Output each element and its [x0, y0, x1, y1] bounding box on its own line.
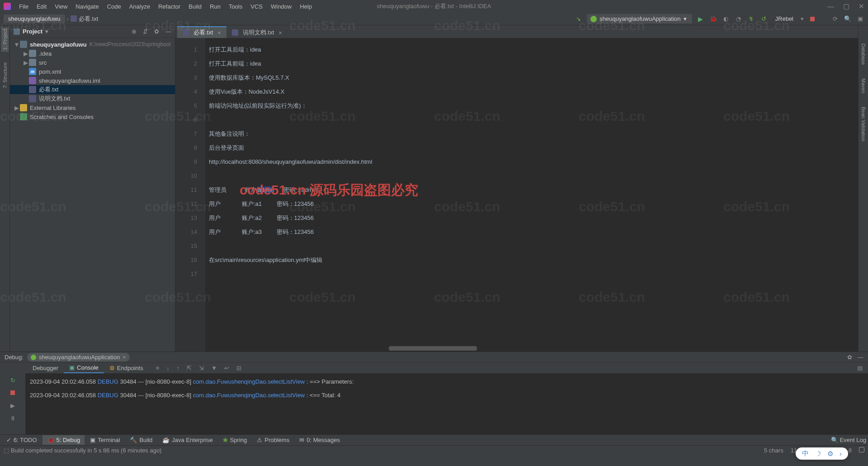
tree-scratches[interactable]: Scratches and Consoles	[10, 112, 175, 121]
file-icon	[29, 95, 36, 102]
menu-tools[interactable]: Tools	[225, 2, 246, 11]
console-output[interactable]: 2023-09-04 20:02:46.058 DEBUG 30484 --- …	[25, 373, 868, 434]
search-icon[interactable]: 🔍	[844, 15, 852, 23]
coverage-button[interactable]: ◐	[722, 15, 730, 23]
pause-icon[interactable]: ⏸	[9, 414, 17, 422]
chevron-down-icon[interactable]: ▾	[45, 28, 48, 35]
menu-help[interactable]: Help	[296, 2, 316, 11]
horizontal-scrollbar[interactable]	[389, 346, 477, 351]
menu-edit[interactable]: Edit	[33, 2, 50, 11]
maximize-icon[interactable]: ▢	[843, 2, 849, 10]
up-icon[interactable]: ↑	[177, 365, 180, 371]
hide-icon[interactable]: —	[858, 354, 863, 361]
rerun-icon[interactable]: ↻	[9, 376, 17, 384]
btab-problems[interactable]: ⚠Problems	[252, 435, 294, 445]
tree-external-libs[interactable]: ▶External Libraries	[10, 103, 175, 112]
run-button[interactable]: ▶	[697, 15, 705, 23]
debug-session-tab[interactable]: sheuquyanglaofuwuApplication×	[27, 353, 130, 361]
btab-terminal[interactable]: ▣Terminal	[85, 435, 124, 445]
console-toolbar: ↻ ▶ ⏸	[0, 373, 25, 434]
menu-code[interactable]: Code	[104, 2, 125, 11]
tree-item[interactable]: mpom.xml	[10, 67, 175, 76]
menu-vcs[interactable]: VCS	[247, 2, 266, 11]
lock-icon[interactable]	[859, 447, 864, 452]
editor-tab[interactable]: 说明文档.txt×	[226, 26, 288, 38]
close-icon[interactable]: ✕	[859, 2, 864, 10]
settings-icon[interactable]: ▣	[856, 15, 864, 23]
project-tree[interactable]: ▼ sheuquyanglaofuwuK:\needProccess\2023\…	[10, 38, 175, 352]
menu-run[interactable]: Run	[206, 2, 224, 11]
run-config-selector[interactable]: sheuquyanglaofuwuApplication ▾	[587, 14, 692, 24]
btab-todo[interactable]: ✓6: TODO	[2, 435, 42, 445]
btab-messages[interactable]: ✉0: Messages	[295, 435, 344, 445]
menu-file[interactable]: File	[15, 2, 32, 11]
gear-icon[interactable]: ✿	[154, 28, 159, 35]
into-icon[interactable]: ⇲	[199, 365, 204, 371]
menu-analyze[interactable]: Analyze	[126, 2, 154, 11]
out-icon[interactable]: ⇱	[187, 365, 192, 371]
stop-button[interactable]	[808, 15, 816, 23]
gear-icon[interactable]: ✿	[847, 354, 852, 361]
event-log-button[interactable]: 🔍 Event Log	[831, 437, 866, 443]
wrap-icon[interactable]: ↩	[224, 365, 229, 371]
debug-button[interactable]: 🐞	[709, 15, 717, 23]
tree-item[interactable]: 必看.txt	[10, 85, 175, 94]
breadcrumb-file[interactable]: 必看.txt	[71, 15, 98, 23]
tree-item[interactable]: 说明文档.txt	[10, 94, 175, 103]
menu-navigate[interactable]: Navigate	[72, 2, 102, 11]
stop-icon[interactable]	[9, 389, 17, 397]
ime-toolbar[interactable]: 中 ☽ ⚙ ›	[796, 447, 848, 460]
jrebel-label[interactable]: JRebel	[773, 14, 796, 23]
code-area[interactable]: 1234567891011121314151617 打开工具后端：idea打开工…	[175, 38, 858, 352]
menu-refactor[interactable]: Refactor	[155, 2, 184, 11]
bulb-icon[interactable]: ⚙	[827, 450, 833, 458]
tree-root[interactable]: ▼ sheuquyanglaofuwuK:\needProccess\2023\…	[10, 40, 175, 49]
console-tab[interactable]: ▣Console	[64, 363, 104, 373]
expand-icon[interactable]: ⇵	[143, 28, 148, 35]
close-icon[interactable]: ×	[123, 354, 126, 361]
breadcrumb-project[interactable]: sheuquyanglaofuwu	[4, 14, 65, 23]
update-icon[interactable]: ⟳	[831, 15, 839, 23]
down-icon[interactable]: ↓	[166, 365, 170, 371]
hide-icon[interactable]: —	[165, 28, 171, 35]
menu-view[interactable]: View	[51, 2, 71, 11]
layout-icon[interactable]: ▤	[857, 365, 863, 371]
resume-icon[interactable]: ▶	[9, 401, 17, 409]
btab-javaee[interactable]: ☕Java Enterprise	[158, 435, 217, 445]
editor-tab[interactable]: 必看.txt×	[177, 26, 226, 38]
tool-structure-tab[interactable]: 7: Structure	[1, 61, 9, 90]
debugger-tab[interactable]: Debugger	[27, 363, 64, 373]
profile-button[interactable]: ◔	[735, 15, 743, 23]
tool-maven-tab[interactable]: Maven	[861, 78, 866, 93]
ime-lang[interactable]: 中	[802, 449, 809, 458]
tool-bean-tab[interactable]: Bean Validation	[861, 107, 866, 141]
hotswap-button[interactable]: ↺	[760, 15, 768, 23]
btab-build[interactable]: 🔨Build	[125, 435, 157, 445]
code-content[interactable]: 打开工具后端：idea打开工具前端：idea使用数据库版本：MySQL5.7.X…	[205, 38, 858, 352]
sidebar-title[interactable]: Project	[23, 28, 42, 35]
tool-project-tab[interactable]: 1: Project	[1, 27, 9, 52]
endpoints-tab[interactable]: ⚙Endpoints	[104, 363, 149, 373]
locate-icon[interactable]: ⊕	[132, 28, 137, 35]
filter-icon[interactable]: ▼	[211, 365, 217, 371]
btab-spring[interactable]: ❀Spring	[218, 435, 252, 445]
tree-item[interactable]: sheuquyanglaofuwu.iml	[10, 76, 175, 85]
moon-icon[interactable]: ☽	[815, 450, 821, 458]
scroll-icon[interactable]: ⊟	[236, 365, 241, 371]
btab-debug[interactable]: 🐞5: Debug	[42, 435, 85, 445]
attach-button[interactable]: ↯	[747, 15, 755, 23]
build-hammer-icon[interactable]: ↘	[574, 15, 582, 23]
expand-icon[interactable]: ›	[840, 450, 842, 457]
debug-panel-header: Debug: sheuquyanglaofuwuApplication× ✿ —…	[0, 352, 868, 373]
close-tab-icon[interactable]: ×	[278, 29, 282, 36]
menu-window[interactable]: Window	[267, 2, 295, 11]
editor-tabs: 必看.txt× 说明文档.txt×	[175, 25, 858, 38]
title-bar: File Edit View Navigate Code Analyze Ref…	[0, 0, 868, 13]
minimize-icon[interactable]: —	[827, 2, 834, 10]
tree-item[interactable]: ▶.idea	[10, 49, 175, 58]
close-tab-icon[interactable]: ×	[217, 29, 221, 36]
tool-database-tab[interactable]: Database	[861, 43, 866, 65]
tree-item[interactable]: ▶src	[10, 58, 175, 67]
menu-build[interactable]: Build	[185, 2, 205, 11]
step-icon[interactable]: ≡	[156, 365, 160, 371]
